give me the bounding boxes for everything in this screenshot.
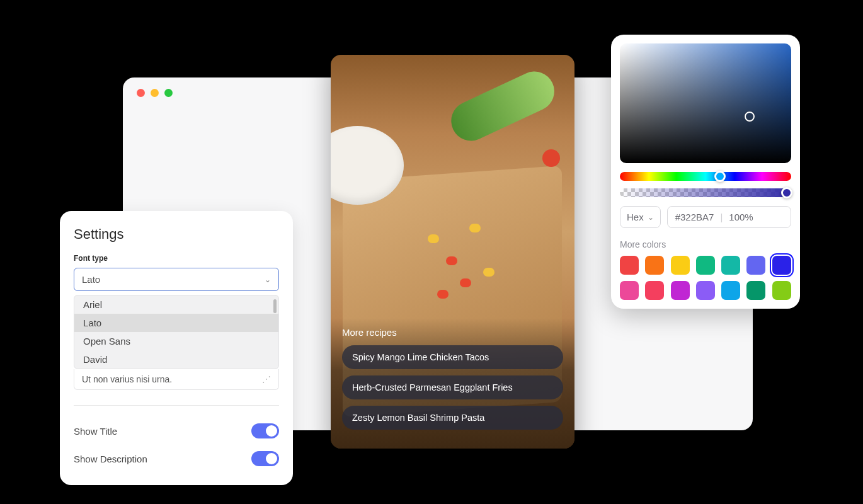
resize-grip-icon[interactable]: ⋰ bbox=[262, 374, 271, 384]
settings-title: Settings bbox=[74, 226, 279, 243]
separator: | bbox=[720, 212, 723, 222]
window-close-icon[interactable] bbox=[137, 89, 145, 97]
color-format-value: Hex bbox=[627, 212, 644, 222]
color-swatch[interactable] bbox=[772, 281, 791, 300]
color-swatch[interactable] bbox=[620, 281, 639, 300]
color-swatch[interactable] bbox=[772, 256, 791, 275]
hue-slider[interactable] bbox=[620, 172, 791, 181]
font-type-value: Lato bbox=[82, 274, 100, 285]
font-type-label: Font type bbox=[74, 254, 279, 263]
opacity-thumb[interactable] bbox=[781, 187, 792, 198]
color-swatch[interactable] bbox=[696, 256, 715, 275]
color-swatch[interactable] bbox=[696, 281, 715, 300]
toggle-label: Show Title bbox=[74, 426, 117, 437]
sample-text-value: Ut non varius nisi urna. bbox=[82, 374, 172, 384]
toggle-label: Show Description bbox=[74, 454, 147, 464]
color-swatch[interactable] bbox=[671, 256, 690, 275]
settings-panel: Settings Font type Lato ⌄ ArielLatoOpen … bbox=[60, 211, 293, 485]
color-gradient[interactable] bbox=[620, 43, 791, 163]
opacity-value: 100% bbox=[729, 212, 753, 222]
font-option[interactable]: David bbox=[74, 350, 278, 369]
toggle-switch[interactable] bbox=[251, 423, 279, 438]
toggle-knob bbox=[266, 453, 277, 464]
color-swatch[interactable] bbox=[645, 256, 664, 275]
toggle-row: Show Description bbox=[74, 445, 279, 472]
swatch-grid bbox=[620, 256, 791, 300]
color-swatch[interactable] bbox=[746, 256, 765, 275]
hex-input[interactable]: #322BA7 | 100% bbox=[667, 206, 791, 228]
color-swatch[interactable] bbox=[746, 281, 765, 300]
recipe-overlay: More recipes Spicy Mango Lime Chicken Ta… bbox=[331, 318, 574, 449]
recipe-pill[interactable]: Herb-Crusted Parmesan Eggplant Fries bbox=[342, 375, 563, 399]
sample-text-input[interactable]: Ut non varius nisi urna. ⋰ bbox=[74, 369, 279, 390]
font-type-dropdown: ArielLatoOpen SansDavid bbox=[74, 295, 279, 369]
hue-thumb[interactable] bbox=[714, 171, 726, 182]
toggle-knob bbox=[266, 425, 277, 437]
toggle-switch[interactable] bbox=[251, 451, 279, 466]
font-option[interactable]: Lato bbox=[74, 314, 278, 332]
font-type-select[interactable]: Lato ⌄ bbox=[74, 268, 279, 291]
recipe-preview: More recipes Spicy Mango Lime Chicken Ta… bbox=[331, 55, 574, 449]
window-minimize-icon[interactable] bbox=[151, 89, 159, 97]
divider bbox=[74, 405, 279, 406]
color-picker-panel: Hex ⌄ #322BA7 | 100% More colors bbox=[611, 35, 800, 309]
chevron-down-icon: ⌄ bbox=[265, 275, 271, 284]
chevron-down-icon: ⌄ bbox=[648, 213, 654, 222]
more-recipes-heading: More recipes bbox=[342, 327, 563, 338]
font-option[interactable]: Open Sans bbox=[74, 332, 278, 350]
color-format-select[interactable]: Hex ⌄ bbox=[620, 206, 661, 228]
window-maximize-icon[interactable] bbox=[164, 89, 173, 97]
hex-value: #322BA7 bbox=[675, 212, 714, 222]
scrollbar-thumb[interactable] bbox=[273, 299, 277, 313]
color-swatch[interactable] bbox=[671, 281, 690, 300]
color-swatch[interactable] bbox=[721, 281, 740, 300]
font-option[interactable]: Ariel bbox=[74, 295, 278, 314]
opacity-slider[interactable] bbox=[620, 188, 791, 197]
color-swatch[interactable] bbox=[620, 256, 639, 275]
more-colors-label: More colors bbox=[620, 239, 791, 249]
recipe-pill[interactable]: Zesty Lemon Basil Shrimp Pasta bbox=[342, 406, 563, 430]
color-swatch[interactable] bbox=[721, 256, 740, 275]
color-cursor[interactable] bbox=[745, 112, 755, 122]
color-swatch[interactable] bbox=[645, 281, 664, 300]
toggle-row: Show Title bbox=[74, 417, 279, 445]
recipe-pill[interactable]: Spicy Mango Lime Chicken Tacos bbox=[342, 345, 563, 369]
